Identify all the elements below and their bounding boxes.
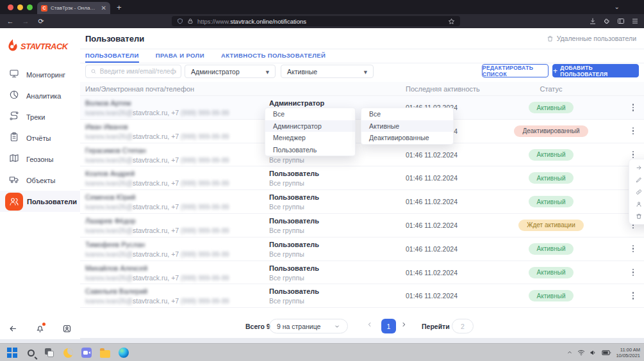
edit-list-button[interactable]: РЕДАКТИРОВАТЬ СПИСОК xyxy=(482,64,549,77)
dropdown-option[interactable]: Активные xyxy=(361,120,453,132)
tab-inactive[interactable]: ПРАВА И РОЛИ xyxy=(156,49,204,63)
context-menu-item[interactable]: Скопировать ссылку для входа xyxy=(629,186,644,198)
clock[interactable]: 11:00 AM 10/05/2021 xyxy=(616,347,640,358)
start-button[interactable] xyxy=(6,347,18,358)
current-page-button[interactable]: 1 xyxy=(381,319,396,333)
row-menu-dots[interactable] xyxy=(629,245,638,254)
sidebar-item-пользователи[interactable]: Пользователи xyxy=(0,191,80,212)
file-explorer-icon[interactable] xyxy=(99,347,111,358)
web-page: STAVTRACK МониторингАналитикаТрекиОтчёты… xyxy=(0,28,644,343)
status-badge: Деактивированный xyxy=(514,125,588,137)
next-page-chevron[interactable] xyxy=(400,321,407,329)
volume-icon[interactable] xyxy=(590,349,597,357)
row-menu-dots[interactable] xyxy=(629,127,638,136)
dropdown-option[interactable]: Администратор xyxy=(265,120,355,132)
sidebar-item-мониторинг[interactable]: Мониторинг xyxy=(0,64,80,85)
user-group: Все группы xyxy=(269,297,319,305)
user-phone: (999) 999-99-99 xyxy=(179,274,229,282)
chat-app-icon[interactable] xyxy=(81,347,92,358)
table-row: Савельев Валерийivanov.ivan26@stavtrack.… xyxy=(80,284,644,308)
reload-icon[interactable]: ⟳ xyxy=(36,17,46,26)
context-menu-item[interactable]: Деактивировать xyxy=(629,198,644,210)
context-menu-item[interactable]: Удалить пользователя xyxy=(629,210,644,222)
tray-chevron-up-icon[interactable] xyxy=(566,349,573,356)
user-name: Герасимов Степан xyxy=(85,147,146,154)
wifi-icon[interactable] xyxy=(577,349,585,357)
add-user-button[interactable]: + ДОБАВИТЬ ПОЛЬЗОВАТЕЛЯ xyxy=(552,64,639,77)
user-name-cell: Семенов Юрийivanov.ivan26@stavtrack.ru, … xyxy=(85,193,229,211)
user-group: Все группы xyxy=(269,156,319,164)
lock-icon xyxy=(187,18,194,24)
sidebar-panel-icon[interactable] xyxy=(617,17,625,25)
user-phone: (999) 999-99-99 xyxy=(179,156,229,164)
pagination: Всего 9 9 на странице 1 Перейти 2 xyxy=(80,317,644,335)
window-minimize-button[interactable] xyxy=(17,4,23,10)
role-select[interactable]: Администратор ▾ xyxy=(185,65,276,78)
goto-page-input[interactable]: 2 xyxy=(452,319,474,333)
task-view-icon[interactable] xyxy=(44,347,55,358)
per-page-select[interactable]: 9 на странице xyxy=(269,319,348,333)
brand-text: STAVTRACK xyxy=(21,42,68,51)
user-phone: (999) 999-99-99 xyxy=(179,132,229,140)
row-menu-dots[interactable] xyxy=(629,269,638,278)
table-row: Козлов Андрейivanov.ivan26@stavtrack.ru,… xyxy=(80,166,644,190)
profile-icon[interactable] xyxy=(62,324,72,336)
dropdown-option[interactable]: Менеджер xyxy=(265,132,355,144)
status-badge: Активный xyxy=(529,196,574,207)
dropdown-option[interactable]: Пользователь xyxy=(265,144,355,156)
sidebar-item-label: Геозоны xyxy=(26,156,53,163)
window-maximize-button[interactable] xyxy=(27,4,33,10)
user-name: Козлов Андрей xyxy=(85,170,135,177)
sidebar-item-геозоны[interactable]: Геозоны xyxy=(0,148,80,170)
new-tab-button[interactable]: + xyxy=(117,3,122,12)
collapse-back-icon[interactable] xyxy=(8,324,18,336)
prev-page-chevron[interactable] xyxy=(367,321,373,329)
browser-tab[interactable]: С СтавТрэк - Онлайн мониторин ✕ xyxy=(37,2,110,14)
tab-close-icon[interactable]: ✕ xyxy=(101,5,106,12)
user-group: Все группы xyxy=(269,227,319,234)
dropdown-option[interactable]: Все xyxy=(265,108,355,120)
notifications-bell-icon[interactable] xyxy=(35,324,45,336)
battery-icon[interactable] xyxy=(602,349,611,357)
user-role-cell: ПользовательВсе группы xyxy=(269,217,319,234)
status-badge: Активный xyxy=(529,290,574,301)
tab-active[interactable]: ПОЛЬЗОВАТЕЛИ xyxy=(85,49,139,63)
sidebar-item-аналитика[interactable]: Аналитика xyxy=(0,85,80,106)
tab-list-chevron-icon[interactable]: ⌄ xyxy=(615,3,620,10)
window-close-button[interactable] xyxy=(8,4,13,10)
menu-hamburger-icon[interactable] xyxy=(631,17,639,25)
shield-icon[interactable] xyxy=(177,18,183,24)
back-icon[interactable]: ← xyxy=(5,17,15,25)
search-box[interactable] xyxy=(85,65,181,78)
last-activity: 01:46 11.02.2024 xyxy=(406,269,458,277)
extensions-icon[interactable] xyxy=(603,17,611,25)
bookmark-star-icon[interactable] xyxy=(448,18,455,25)
row-menu-dots[interactable] xyxy=(629,104,638,113)
night-mode-moon-icon[interactable] xyxy=(62,347,74,358)
edge-browser-icon[interactable] xyxy=(118,347,129,358)
stavtrack-logo: STAVTRACK xyxy=(6,38,68,54)
dropdown-option[interactable]: Все xyxy=(361,108,453,120)
user-role: Пользователь xyxy=(269,264,319,272)
taskbar-search-icon[interactable] xyxy=(25,347,37,358)
logo-flame-icon xyxy=(6,38,19,54)
url-bar[interactable]: https://www.stavtrack.online/notificatio… xyxy=(172,16,460,26)
sidebar-item-объекты[interactable]: Объекты xyxy=(0,170,80,191)
tab-title: СтавТрэк - Онлайн мониторин xyxy=(51,5,98,11)
deleted-users-link[interactable]: Удаленные пользователи xyxy=(547,35,636,42)
status-select[interactable]: Активные ▾ xyxy=(281,65,374,78)
sidebar-item-отчёты[interactable]: Отчёты xyxy=(0,127,80,148)
downloads-icon[interactable] xyxy=(589,17,597,25)
tab-inactive[interactable]: АКТИВНОСТЬ ПОЛЬЗОВАТЕЛЕЙ xyxy=(221,49,326,63)
dropdown-option[interactable]: Деактивированные xyxy=(361,132,453,144)
table-row: Лазарев Фёдорivanov.ivan26@stavtrack.ru,… xyxy=(80,214,644,237)
forward-icon[interactable]: → xyxy=(21,17,31,25)
context-menu-item[interactable]: Войти как пользователь xyxy=(629,161,644,173)
table-row: Семенов Юрийivanov.ivan26@stavtrack.ru, … xyxy=(80,190,644,214)
context-menu-item[interactable]: Редактировать xyxy=(629,173,644,186)
sidebar-item-треки[interactable]: Треки xyxy=(0,106,80,127)
user-phone: (999) 999-99-99 xyxy=(179,109,229,116)
row-menu-dots[interactable] xyxy=(629,292,638,301)
search-input[interactable] xyxy=(100,68,176,75)
os-taskbar: 11:00 AM 10/05/2021 xyxy=(0,343,644,361)
